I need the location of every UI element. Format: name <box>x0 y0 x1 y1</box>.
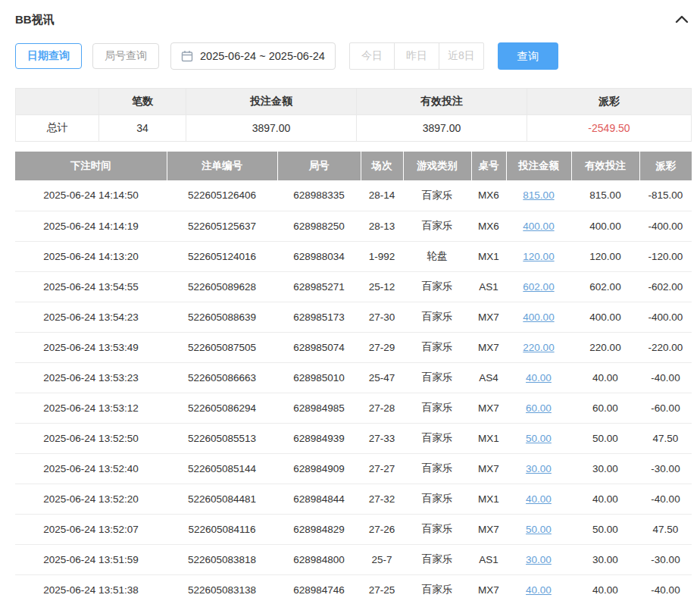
yesterday-button[interactable]: 昨日 <box>394 42 439 70</box>
cell-time: 2025-06-24 13:52:07 <box>15 514 167 544</box>
cell-payout: -220.00 <box>639 332 692 362</box>
cell-payout: -40.00 <box>639 574 692 601</box>
bet-amount-link[interactable]: 30.00 <box>526 554 552 565</box>
cell-game-type: 百家乐 <box>403 332 471 362</box>
cell-game-type: 百家乐 <box>403 423 471 453</box>
cell-order-no: 522605086663 <box>167 362 277 393</box>
cell-game-type: 百家乐 <box>403 271 471 302</box>
round-query-tab[interactable]: 局号查询 <box>92 43 159 69</box>
table-row: 2025-06-24 13:52:07 522605084116 6289848… <box>15 514 692 544</box>
cell-valid-bet: 40.00 <box>571 574 639 601</box>
cell-valid-bet: 120.00 <box>571 241 639 271</box>
cell-round-no: 628984800 <box>277 544 361 574</box>
cell-valid-bet: 400.00 <box>571 211 639 241</box>
cell-session: 27-33 <box>361 423 403 453</box>
cell-order-no: 522605126406 <box>167 180 277 211</box>
cell-session: 28-13 <box>361 211 403 241</box>
cell-session: 27-25 <box>361 574 403 601</box>
summary-valid-bet: 3897.00 <box>357 115 527 142</box>
summary-header-valid-bet: 有效投注 <box>357 89 527 115</box>
cell-time: 2025-06-24 13:52:20 <box>15 484 167 514</box>
cell-bet-amount: 50.00 <box>506 423 571 453</box>
last-8-days-button[interactable]: 近8日 <box>439 42 484 70</box>
cell-bet-amount: 400.00 <box>506 211 571 241</box>
cell-table-no: AS1 <box>471 271 506 302</box>
bet-table: 下注时间 注单编号 局号 场次 游戏类别 桌号 投注金额 有效投注 派彩 202… <box>15 152 692 601</box>
col-header-payout: 派彩 <box>639 152 692 180</box>
bet-amount-link[interactable]: 50.00 <box>526 524 552 535</box>
date-range-input[interactable]: 2025-06-24 ~ 2025-06-24 <box>170 42 336 70</box>
cell-table-no: MX1 <box>471 484 506 514</box>
cell-round-no: 628984844 <box>277 484 361 514</box>
table-row: 2025-06-24 13:51:38 522605083138 6289847… <box>15 574 692 601</box>
bet-amount-link[interactable]: 400.00 <box>523 311 554 323</box>
cell-table-no: MX7 <box>471 332 506 362</box>
cell-round-no: 628985010 <box>277 362 361 393</box>
today-button[interactable]: 今日 <box>349 42 395 70</box>
bet-amount-link[interactable]: 40.00 <box>526 584 552 596</box>
cell-bet-amount: 30.00 <box>506 453 571 484</box>
cell-order-no: 522605088639 <box>167 302 277 332</box>
cell-round-no: 628984829 <box>277 514 361 544</box>
summary-row: 总计 34 3897.00 3897.00 -2549.50 <box>16 115 692 142</box>
cell-payout: -30.00 <box>639 453 692 484</box>
cell-bet-amount: 40.00 <box>506 484 571 514</box>
bet-amount-link[interactable]: 30.00 <box>526 463 552 474</box>
cell-game-type: 轮盘 <box>403 241 471 271</box>
cell-time: 2025-06-24 13:54:55 <box>15 271 167 302</box>
bet-amount-link[interactable]: 220.00 <box>523 342 554 353</box>
cell-time: 2025-06-24 13:52:40 <box>15 453 167 484</box>
cell-payout: -602.00 <box>639 271 692 302</box>
cell-table-no: MX7 <box>471 393 506 423</box>
cell-order-no: 522605085144 <box>167 453 277 484</box>
table-row: 2025-06-24 13:52:50 522605085513 6289849… <box>15 423 692 453</box>
bet-amount-link[interactable]: 60.00 <box>526 402 552 414</box>
summary-row-label: 总计 <box>16 115 99 142</box>
cell-game-type: 百家乐 <box>403 574 471 601</box>
bet-amount-link[interactable]: 120.00 <box>523 251 554 262</box>
cell-game-type: 百家乐 <box>403 211 471 241</box>
cell-round-no: 628984909 <box>277 453 361 484</box>
cell-table-no: MX6 <box>471 180 506 211</box>
col-header-bet-amount: 投注金额 <box>506 152 571 180</box>
bet-amount-link[interactable]: 815.00 <box>523 189 554 201</box>
cell-valid-bet: 220.00 <box>571 332 639 362</box>
cell-time: 2025-06-24 13:52:50 <box>15 423 167 453</box>
bet-table-body: 2025-06-24 14:14:50 522605126406 6289883… <box>15 180 692 601</box>
cell-session: 27-30 <box>361 302 403 332</box>
cell-valid-bet: 40.00 <box>571 484 639 514</box>
bet-amount-link[interactable]: 602.00 <box>523 281 554 293</box>
search-button[interactable]: 查询 <box>498 42 558 70</box>
cell-payout: -400.00 <box>639 302 692 332</box>
bet-amount-link[interactable]: 50.00 <box>526 433 552 444</box>
cell-time: 2025-06-24 14:13:20 <box>15 241 167 271</box>
cell-table-no: MX7 <box>471 453 506 484</box>
cell-payout: -30.00 <box>639 544 692 574</box>
cell-bet-amount: 60.00 <box>506 393 571 423</box>
cell-bet-amount: 602.00 <box>506 271 571 302</box>
cell-payout: 47.50 <box>639 514 692 544</box>
cell-order-no: 522605083818 <box>167 544 277 574</box>
table-row: 2025-06-24 13:52:40 522605085144 6289849… <box>15 453 692 484</box>
cell-time: 2025-06-24 13:51:59 <box>15 544 167 574</box>
cell-payout: -60.00 <box>639 393 692 423</box>
date-query-tab[interactable]: 日期查询 <box>15 43 82 69</box>
cell-order-no: 522605084481 <box>167 484 277 514</box>
cell-valid-bet: 60.00 <box>571 393 639 423</box>
bet-amount-link[interactable]: 40.00 <box>526 493 552 505</box>
cell-game-type: 百家乐 <box>403 514 471 544</box>
cell-round-no: 628984939 <box>277 423 361 453</box>
bet-amount-link[interactable]: 400.00 <box>523 221 554 232</box>
summary-bet-amount: 3897.00 <box>186 115 357 142</box>
cell-time: 2025-06-24 13:53:49 <box>15 332 167 362</box>
cell-game-type: 百家乐 <box>403 453 471 484</box>
table-row: 2025-06-24 13:53:23 522605086663 6289850… <box>15 362 692 393</box>
table-row: 2025-06-24 14:14:19 522605125637 6289882… <box>15 211 692 241</box>
cell-session: 28-14 <box>361 180 403 211</box>
cell-valid-bet: 30.00 <box>571 544 639 574</box>
bet-amount-link[interactable]: 40.00 <box>526 372 552 383</box>
table-row: 2025-06-24 13:54:23 522605088639 6289851… <box>15 302 692 332</box>
cell-session: 25-47 <box>361 362 403 393</box>
table-row: 2025-06-24 14:14:50 522605126406 6289883… <box>15 180 692 211</box>
collapse-button[interactable] <box>672 13 692 27</box>
